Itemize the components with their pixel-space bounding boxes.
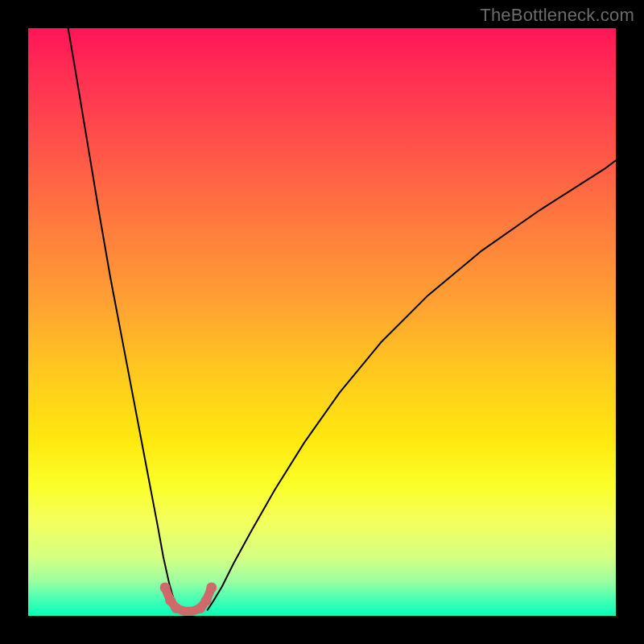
watermark-text: TheBottleneck.com (480, 5, 634, 26)
plot-area (28, 28, 616, 616)
chart-stage: TheBottleneck.com (0, 0, 644, 644)
